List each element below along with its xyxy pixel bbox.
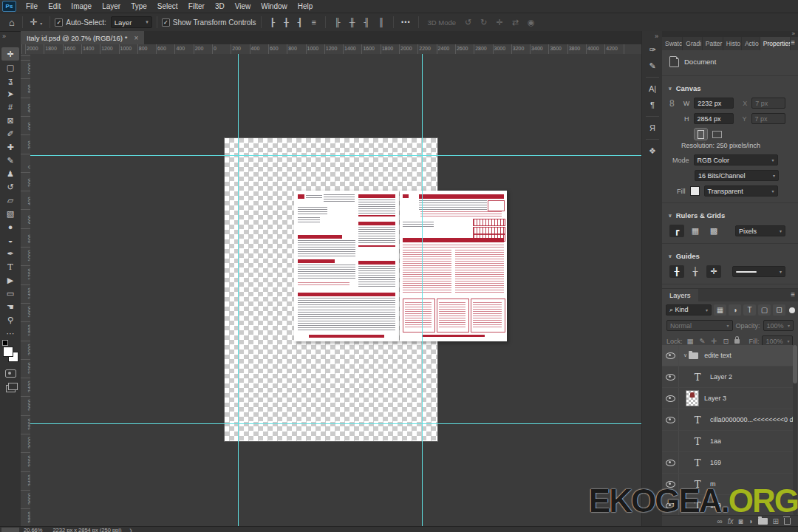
align-right-edges-icon[interactable]: ┨ xyxy=(293,18,307,27)
filter-pixel-layers-icon[interactable]: ▦ xyxy=(714,304,726,316)
ruler-units-dropdown[interactable]: Pixels▾ xyxy=(735,225,785,236)
menu-layer[interactable]: Layer xyxy=(97,2,126,10)
menu-file[interactable]: File xyxy=(21,2,43,10)
properties-panel-menu-icon[interactable]: ≡ xyxy=(791,37,798,50)
distribute-left-edges-icon[interactable]: ╟ xyxy=(330,18,345,27)
toggle-grid-icon[interactable]: ▦ xyxy=(688,225,703,237)
layer-row-layer-2[interactable]: TLayer 2 xyxy=(662,366,794,388)
expand-panels-icon[interactable]: » xyxy=(642,31,663,41)
lock-image-pixels-icon[interactable]: ✎ xyxy=(698,337,707,345)
layer-effects-icon[interactable]: fx xyxy=(728,518,734,525)
visibility-toggle[interactable] xyxy=(662,388,679,409)
orientation-portrait-button[interactable] xyxy=(695,129,707,140)
foreground-color-swatch[interactable] xyxy=(3,347,13,357)
libraries-panel-icon[interactable]: ❖ xyxy=(642,143,663,159)
spot-healing-brush-tool[interactable]: ✚ xyxy=(1,140,19,154)
filter-adjustment-layers-icon[interactable]: ◑ xyxy=(729,304,741,316)
tab-gradi[interactable]: Gradi xyxy=(683,37,702,50)
toggle-pixel-grid-icon[interactable]: ▩ xyxy=(706,225,721,237)
auto-select-checkbox[interactable]: ✓ xyxy=(55,18,63,27)
vertical-ruler[interactable]: 1000800600400200020040060080010001200140… xyxy=(21,54,31,526)
document-tab[interactable]: Italy id.psd @ 20.7% (RGB/16) * × xyxy=(21,31,144,44)
history-brush-tool[interactable]: ↺ xyxy=(1,180,19,194)
eyedropper-tool[interactable]: ✐ xyxy=(1,127,19,140)
brush-tool[interactable]: ✎ xyxy=(1,154,19,167)
frame-tool[interactable]: ⊠ xyxy=(1,114,19,127)
toggle-rulers-icon[interactable]: ┏ xyxy=(669,225,684,237)
fill-swatch[interactable] xyxy=(690,186,700,196)
hand-tool[interactable]: ☚ xyxy=(1,300,19,313)
layer-row-layer-3[interactable]: Layer 3 xyxy=(662,388,794,409)
visibility-toggle[interactable] xyxy=(662,345,679,366)
crop-tool[interactable]: # xyxy=(1,100,19,114)
rectangular-marquee-tool[interactable]: ▢ xyxy=(1,61,19,74)
align-left-edges-icon[interactable]: ┠ xyxy=(266,18,280,27)
guide-vertical-2[interactable] xyxy=(422,54,423,526)
lock-artboard-icon[interactable]: ⊡ xyxy=(721,337,730,345)
pen-tool[interactable]: ✒ xyxy=(1,247,19,260)
distribute-horizontal-centers-icon[interactable]: ╫ xyxy=(345,18,360,27)
menu-window[interactable]: Window xyxy=(256,2,293,10)
tab-actio[interactable]: Actio xyxy=(742,37,760,50)
canvas-section-header[interactable]: ∨Canvas xyxy=(662,80,798,95)
history-panel-icon[interactable]: ✑ xyxy=(642,41,663,58)
blur-tool[interactable]: ● xyxy=(1,220,19,233)
layer-row-1aa[interactable]: T1aa xyxy=(662,431,794,452)
distribute-right-edges-icon[interactable]: ╢ xyxy=(359,18,374,27)
layer-thumbnail[interactable] xyxy=(686,391,698,406)
filter-shape-layers-icon[interactable]: ▢ xyxy=(758,304,771,316)
layer-row-edite-text[interactable]: ∨edite text xyxy=(662,345,794,366)
add-layer-mask-icon[interactable]: ◙ xyxy=(739,518,743,525)
pasteboard[interactable] xyxy=(30,54,641,526)
guides-section-header[interactable]: ∨Guides xyxy=(662,248,798,263)
gradient-tool[interactable]: ▧ xyxy=(1,207,19,220)
zoom-level-field[interactable]: 20.66% xyxy=(24,527,42,532)
home-icon[interactable]: ⌂ xyxy=(6,18,18,27)
fill-dropdown[interactable]: Transparent▾ xyxy=(704,185,778,197)
menu-edit[interactable]: Edit xyxy=(43,2,66,10)
edit-toolbar-icon[interactable]: ⋯ xyxy=(1,327,19,340)
layer-filtering-toggle[interactable] xyxy=(789,307,795,313)
rulers-grids-section-header[interactable]: ∨Rulers & Grids xyxy=(662,207,798,222)
horizontal-ruler[interactable]: 2000180016001400120010008006004002000200… xyxy=(21,44,641,55)
lock-transparent-pixels-icon[interactable]: ▦ xyxy=(686,337,695,345)
edit-guides-icon[interactable]: ✛ xyxy=(706,265,721,278)
document-preview-2[interactable] xyxy=(400,191,507,341)
lock-position-icon[interactable]: ✛ xyxy=(709,337,718,345)
lasso-tool[interactable]: ʓ xyxy=(1,74,19,87)
tab-properties[interactable]: Properties xyxy=(760,37,791,50)
visibility-toggle[interactable] xyxy=(662,366,679,387)
move-tool[interactable]: ✛ xyxy=(1,47,19,61)
visibility-toggle[interactable] xyxy=(662,452,679,473)
guide-vertical-1[interactable] xyxy=(238,54,239,526)
tab-patter[interactable]: Patter xyxy=(703,37,723,50)
zoom-tool[interactable]: ⚲ xyxy=(1,313,19,327)
visibility-toggle[interactable] xyxy=(662,431,679,451)
new-group-icon[interactable] xyxy=(758,518,768,525)
object-selection-tool[interactable]: ➤ xyxy=(1,87,19,100)
menu-type[interactable]: Type xyxy=(126,2,152,10)
glyphs-panel-icon[interactable]: Я xyxy=(642,120,663,136)
clone-stamp-tool[interactable]: ♟ xyxy=(1,167,19,180)
screen-mode-icon[interactable] xyxy=(6,385,16,392)
guide-horizontal-2[interactable] xyxy=(30,423,641,424)
align-top-edges-icon[interactable]: ≡ xyxy=(307,18,320,27)
move-tool-options-icon[interactable]: ✛ ▾ xyxy=(27,18,45,27)
tab-swatc[interactable]: Swatc xyxy=(662,37,683,50)
layer-row-cilla0000000-0-d[interactable]: Tcilla0000000...<<<<<<<<0 d xyxy=(662,409,794,431)
layer-filter-kind-dropdown[interactable]: ⌕ Kind ▾ xyxy=(666,304,712,316)
menu-view[interactable]: View xyxy=(230,2,256,10)
toolbar-collapse-icon[interactable]: » xyxy=(2,33,6,40)
brush-settings-panel-icon[interactable]: ✎ xyxy=(642,58,663,74)
filter-smart-objects-icon[interactable]: ⊡ xyxy=(773,304,785,316)
type-tool[interactable]: T xyxy=(1,260,19,273)
color-mode-dropdown[interactable]: RGB Color▾ xyxy=(694,154,778,166)
layers-panel-menu-icon[interactable]: ≡ xyxy=(791,289,798,301)
layer-row-169[interactable]: T169 xyxy=(662,452,794,474)
layers-panel-tab[interactable]: Layers xyxy=(662,289,698,301)
align-horizontal-centers-icon[interactable]: ╂ xyxy=(279,18,293,27)
paragraph-panel-icon[interactable]: ¶ xyxy=(642,97,663,113)
guide-style-dropdown[interactable]: ▾ xyxy=(732,266,785,277)
rectangle-tool[interactable]: ▭ xyxy=(1,287,19,300)
new-layer-icon[interactable]: ⊞ xyxy=(773,518,779,525)
